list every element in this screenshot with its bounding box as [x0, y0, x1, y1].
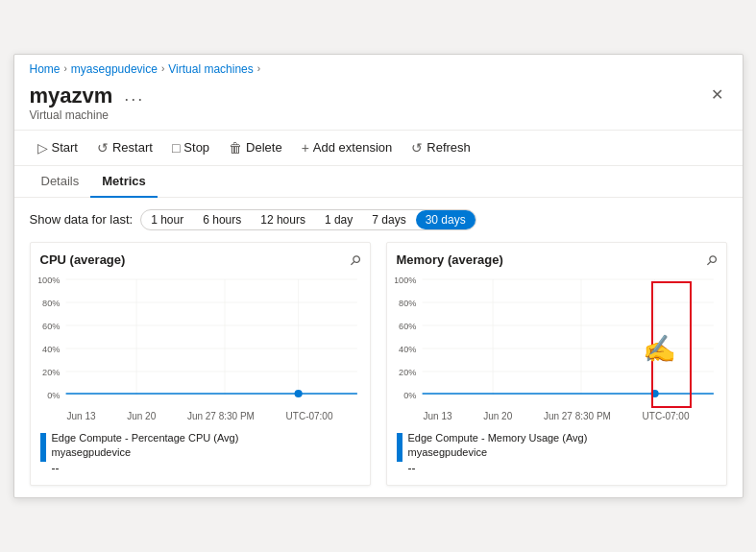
restart-icon: ↺: [97, 140, 109, 156]
memory-legend-info: Edge Compute - Memory Usage (Avg) myaseg…: [408, 431, 588, 476]
cpu-legend: Edge Compute - Percentage CPU (Avg) myas…: [40, 431, 360, 476]
tab-details[interactable]: Details: [30, 166, 91, 198]
memory-x-label-3: Jun 27 8:30 PM: [544, 411, 611, 421]
stop-button[interactable]: □ Stop: [164, 136, 217, 159]
memory-chart-svg: 100% 80% 60% 40% 20% 0%: [395, 272, 719, 406]
cpu-chart-svg: 100% 80% 60% 40% 20% 0%: [38, 272, 362, 406]
time-btn-6hours[interactable]: 6 hours: [193, 210, 251, 229]
restart-label: Restart: [112, 140, 153, 155]
svg-text:20%: 20%: [42, 368, 60, 377]
stop-label: Stop: [183, 140, 209, 155]
breadcrumb-vms[interactable]: Virtual machines: [168, 62, 254, 76]
chevron-icon: ›: [64, 63, 67, 74]
cpu-x-label-2: Jun 20: [127, 411, 156, 421]
svg-text:100%: 100%: [38, 276, 60, 285]
svg-text:80%: 80%: [399, 299, 416, 308]
time-filter-label: Show data for last:: [30, 212, 134, 227]
add-icon: +: [302, 140, 309, 156]
time-filter-group: 1 hour 6 hours 12 hours 1 day 7 days 30 …: [140, 209, 476, 230]
toolbar: ▷ Start ↺ Restart □ Stop 🗑 Delete + Add …: [14, 130, 743, 166]
delete-icon: 🗑: [229, 140, 242, 156]
svg-text:60%: 60%: [42, 322, 60, 331]
breadcrumb: Home › myasegpudevice › Virtual machines…: [14, 55, 743, 80]
svg-text:20%: 20%: [399, 368, 416, 377]
memory-chart-header: Memory (average) ⚲: [397, 252, 717, 268]
tab-metrics[interactable]: Metrics: [90, 166, 158, 198]
cpu-legend-info: Edge Compute - Percentage CPU (Avg) myas…: [52, 431, 239, 476]
start-icon: ▷: [37, 140, 48, 156]
memory-chart-card: Memory (average) ⚲ 100% 80% 60% 40% 20% …: [386, 242, 727, 487]
delete-label: Delete: [246, 140, 282, 155]
cpu-legend-value: --: [52, 462, 239, 475]
add-extension-button[interactable]: + Add extension: [294, 136, 401, 159]
cpu-x-label-1: Jun 13: [67, 411, 96, 421]
svg-text:40%: 40%: [42, 345, 60, 354]
breadcrumb-device[interactable]: myasegpudevice: [71, 62, 158, 76]
time-btn-1day[interactable]: 1 day: [315, 210, 362, 229]
stop-icon: □: [172, 140, 180, 156]
svg-text:0%: 0%: [403, 391, 416, 400]
cpu-chart-header: CPU (average) ⚲: [40, 252, 360, 268]
svg-point-31: [650, 390, 658, 397]
main-panel: Home › myasegpudevice › Virtual machines…: [13, 54, 744, 499]
cpu-chart-card: CPU (average) ⚲ 100% 80% 60% 40% 20% 0%: [30, 242, 371, 487]
start-label: Start: [52, 140, 78, 155]
charts-row: CPU (average) ⚲ 100% 80% 60% 40% 20% 0%: [30, 242, 727, 487]
chevron-icon-2: ›: [161, 63, 164, 74]
restart-button[interactable]: ↺ Restart: [89, 136, 160, 159]
memory-x-label-2: Jun 20: [483, 411, 512, 421]
chevron-icon-3: ›: [257, 63, 260, 74]
cpu-legend-label: Edge Compute - Percentage CPU (Avg): [52, 431, 239, 445]
time-btn-12hours[interactable]: 12 hours: [251, 210, 315, 229]
time-btn-30days[interactable]: 30 days: [416, 210, 476, 229]
resource-type-label: Virtual machine: [30, 108, 149, 122]
add-extension-label: Add extension: [313, 140, 392, 155]
refresh-icon: ↺: [411, 140, 423, 156]
cpu-chart-title: CPU (average): [40, 252, 126, 267]
start-button[interactable]: ▷ Start: [30, 136, 85, 159]
refresh-button[interactable]: ↺ Refresh: [403, 136, 478, 159]
cpu-legend-color: [40, 433, 46, 462]
svg-text:80%: 80%: [42, 299, 60, 308]
cpu-x-label-3: Jun 27 8:30 PM: [187, 411, 255, 421]
page-title: myazvm: [30, 84, 113, 108]
memory-pin-icon[interactable]: ⚲: [702, 251, 719, 268]
memory-x-label-4: UTC-07:00: [643, 411, 690, 421]
more-options-button[interactable]: ...: [120, 85, 148, 106]
refresh-label: Refresh: [427, 140, 471, 155]
svg-point-15: [294, 390, 302, 397]
tabs: Details Metrics: [14, 166, 743, 198]
cpu-x-labels: Jun 13 Jun 20 Jun 27 8:30 PM UTC-07:00: [38, 411, 362, 421]
title-row: myazvm ...: [30, 84, 149, 108]
cpu-legend-sub: myasegpudevice: [52, 445, 239, 460]
page-header: myazvm ... Virtual machine ✕: [14, 80, 743, 130]
memory-x-labels: Jun 13 Jun 20 Jun 27 8:30 PM UTC-07:00: [395, 411, 719, 421]
memory-chart-title: Memory (average): [397, 252, 503, 267]
content-area: Show data for last: 1 hour 6 hours 12 ho…: [14, 198, 743, 498]
memory-legend-sub: myasegpudevice: [408, 445, 588, 460]
cpu-pin-icon[interactable]: ⚲: [346, 251, 363, 268]
cpu-chart-area: 100% 80% 60% 40% 20% 0%: [38, 272, 362, 425]
svg-text:100%: 100%: [395, 276, 416, 285]
cpu-x-label-4: UTC-07:00: [286, 411, 333, 421]
memory-legend: Edge Compute - Memory Usage (Avg) myaseg…: [397, 431, 717, 476]
breadcrumb-home[interactable]: Home: [30, 62, 61, 76]
memory-legend-color: [397, 433, 402, 462]
svg-text:0%: 0%: [47, 391, 60, 400]
svg-text:60%: 60%: [399, 322, 416, 331]
svg-text:40%: 40%: [399, 345, 416, 354]
time-filter-row: Show data for last: 1 hour 6 hours 12 ho…: [30, 209, 727, 230]
delete-button[interactable]: 🗑 Delete: [221, 136, 290, 159]
memory-legend-value: --: [408, 462, 588, 475]
memory-legend-label: Edge Compute - Memory Usage (Avg): [408, 431, 588, 445]
close-button[interactable]: ✕: [707, 84, 727, 107]
memory-x-label-1: Jun 13: [424, 411, 452, 421]
time-btn-1hour[interactable]: 1 hour: [141, 210, 193, 229]
memory-chart-area: 100% 80% 60% 40% 20% 0%: [395, 272, 719, 425]
time-btn-7days[interactable]: 7 days: [362, 210, 415, 229]
title-area: myazvm ... Virtual machine: [30, 84, 149, 122]
